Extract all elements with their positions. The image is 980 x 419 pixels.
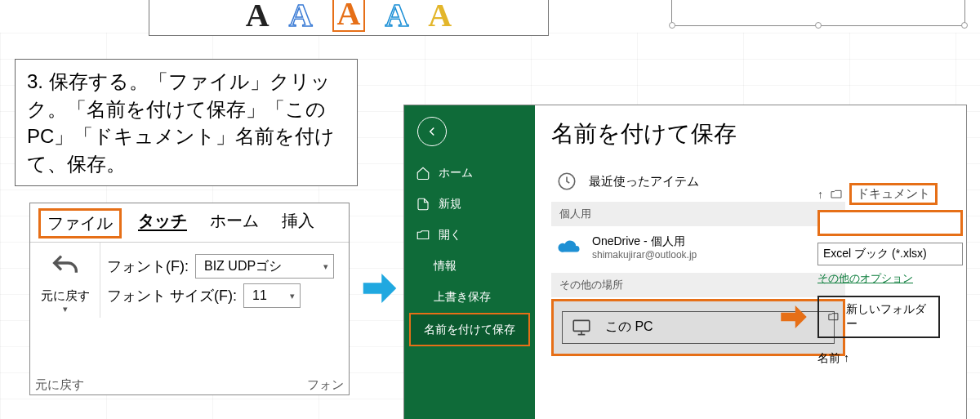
filename-input-highlighted[interactable] [817,210,963,236]
undo-label: 元に戻す [41,288,90,304]
resize-handle[interactable] [815,22,822,29]
nav-saveas-selected[interactable]: 名前を付けて保存 [409,313,530,346]
location-recent-label: 最近使ったアイテム [589,174,699,189]
font-combo[interactable]: BIZ UDPゴシ ▾ [195,254,334,279]
filetype-select[interactable]: Excel ブック (*.xlsx) [817,243,963,265]
save-panel: ↑ ドキュメント Excel ブック (*.xlsx) その他のオプション 新し… [817,183,963,366]
nav-new[interactable]: 新規 [404,189,535,220]
fontsize-value: 11 [252,288,285,303]
tab-touch[interactable]: タッチ [131,208,194,238]
folder-icon [827,310,840,323]
excel-ribbon-snippet: ファイル タッチ ホーム 挿入 元に戻す ▾ フォント(F): BIZ UDPゴ… [29,203,350,395]
nav-info-label: 情報 [434,259,457,274]
nav-saveas-label: 名前を付けて保存 [424,323,515,337]
font-value: BIZ UDPゴシ [204,258,318,275]
arrow-right-blue-icon [358,266,402,314]
undo-icon[interactable] [49,251,82,287]
nav-save[interactable]: 上書き保存 [404,282,535,313]
new-folder-button[interactable]: 新しいフォルダー [817,296,940,338]
fontsize-combo[interactable]: 11 ▾ [243,283,301,308]
instruction-text: 3. 保存する。「ファイル」クリック。「名前を付けて保存」「このPC」「ドキュメ… [15,59,358,186]
nav-open[interactable]: 開く [404,220,535,251]
onedrive-title: OneDrive - 個人用 [592,234,697,249]
wordart-style-a4[interactable]: A [385,0,408,32]
excel-backstage-saveas: ホーム 新規 開く 情報 上書き保存 名前を付けて保存 名前を付けて保存 最近使… [403,105,967,419]
resize-handle[interactable] [669,22,675,29]
nav-open-label: 開く [439,228,461,243]
onedrive-email: shimakujirar@outlook.jp [592,249,697,261]
back-button[interactable] [417,117,447,146]
selected-shape-placeholder[interactable] [671,0,965,26]
column-header-name[interactable]: 名前 ↑ [817,351,963,366]
section-other: その他の場所 [551,273,845,297]
ribbon-group-label-undo: 元に戻す [35,377,84,393]
svg-rect-1 [573,320,590,331]
chevron-down-icon: ▾ [323,261,328,272]
fontsize-label: フォント サイズ(F): [107,286,237,305]
nav-home-label: ホーム [439,166,473,181]
wordart-style-a3-selected[interactable]: A [332,0,366,32]
other-options-link[interactable]: その他のオプション [817,271,913,286]
up-arrow-icon[interactable]: ↑ [817,188,823,201]
ribbon-group-label-font: フォン [307,377,344,393]
folder-icon [830,188,843,201]
tab-home[interactable]: ホーム [203,208,265,238]
nav-home[interactable]: ホーム [404,158,535,189]
nav-save-label: 上書き保存 [434,290,491,305]
tab-insert[interactable]: 挿入 [275,208,321,238]
new-folder-label: 新しいフォルダー [846,302,930,332]
undo-group: 元に戻す ▾ [30,243,100,318]
tab-file[interactable]: ファイル [38,208,122,238]
wordart-gallery: A A A A A [149,0,549,36]
backstage-nav: ホーム 新規 開く 情報 上書き保存 名前を付けて保存 [404,105,535,419]
backstage-title: 名前を付けて保存 [551,118,966,149]
wordart-style-a5[interactable]: A [428,0,452,32]
arrow-right-orange-icon [773,300,814,337]
this-pc-label: この PC [605,319,653,336]
breadcrumb-documents-highlighted[interactable]: ドキュメント [849,183,938,205]
section-personal: 個人用 [551,202,845,226]
nav-new-label: 新規 [439,197,461,212]
resize-handle[interactable] [961,22,968,29]
location-onedrive[interactable]: OneDrive - 個人用 shimakujirar@outlook.jp [551,226,845,270]
nav-info[interactable]: 情報 [404,251,535,282]
wordart-style-a2[interactable]: A [289,0,313,32]
chevron-down-icon[interactable]: ▾ [63,304,68,314]
chevron-down-icon: ▾ [290,291,295,301]
breadcrumb-path[interactable]: ↑ ドキュメント [817,183,963,205]
location-recent[interactable]: 最近使ったアイテム [551,164,845,198]
wordart-style-a1[interactable]: A [246,0,270,32]
font-label: フォント(F): [107,256,189,276]
